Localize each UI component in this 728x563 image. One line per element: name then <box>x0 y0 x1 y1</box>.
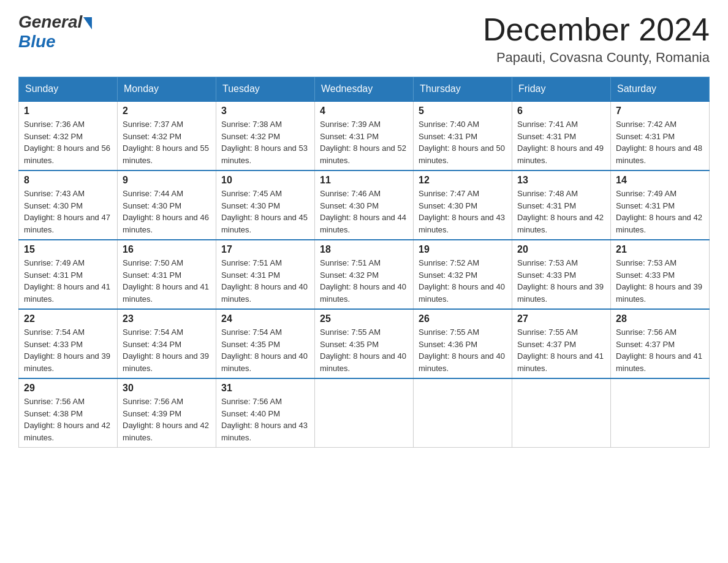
calendar-header-row: SundayMondayTuesdayWednesdayThursdayFrid… <box>19 77 710 102</box>
calendar-header-thursday: Thursday <box>414 77 512 102</box>
day-info: Sunrise: 7:56 AMSunset: 4:40 PMDaylight:… <box>221 396 309 443</box>
day-info: Sunrise: 7:56 AMSunset: 4:37 PMDaylight:… <box>616 326 704 374</box>
calendar-cell: 17Sunrise: 7:51 AMSunset: 4:31 PMDayligh… <box>216 240 315 309</box>
day-number: 21 <box>616 244 704 255</box>
day-number: 3 <box>221 105 309 117</box>
day-number: 6 <box>517 105 605 117</box>
day-number: 25 <box>320 313 408 324</box>
calendar-cell: 7Sunrise: 7:42 AMSunset: 4:31 PMDaylight… <box>611 101 710 170</box>
day-info: Sunrise: 7:55 AMSunset: 4:37 PMDaylight:… <box>517 326 605 374</box>
day-number: 8 <box>24 175 112 186</box>
day-info: Sunrise: 7:53 AMSunset: 4:33 PMDaylight:… <box>616 257 704 305</box>
calendar-cell: 15Sunrise: 7:49 AMSunset: 4:31 PMDayligh… <box>19 240 118 309</box>
calendar-cell: 16Sunrise: 7:50 AMSunset: 4:31 PMDayligh… <box>118 240 216 309</box>
logo-blue-text: Blue <box>18 32 56 52</box>
month-title: December 2024 <box>483 12 710 47</box>
day-info: Sunrise: 7:55 AMSunset: 4:36 PMDaylight:… <box>419 326 507 374</box>
logo-triangle-icon <box>83 17 92 29</box>
calendar-cell: 18Sunrise: 7:51 AMSunset: 4:32 PMDayligh… <box>315 240 414 309</box>
day-number: 27 <box>517 313 605 324</box>
calendar-cell: 9Sunrise: 7:44 AMSunset: 4:30 PMDaylight… <box>118 170 216 240</box>
day-info: Sunrise: 7:47 AMSunset: 4:30 PMDaylight:… <box>419 188 507 236</box>
day-number: 17 <box>221 244 309 255</box>
day-info: Sunrise: 7:49 AMSunset: 4:31 PMDaylight:… <box>24 257 112 305</box>
logo-general-text: General <box>18 12 82 32</box>
day-number: 16 <box>123 244 211 255</box>
calendar-cell: 13Sunrise: 7:48 AMSunset: 4:31 PMDayligh… <box>512 170 611 240</box>
day-number: 30 <box>123 383 211 394</box>
day-number: 26 <box>419 313 507 324</box>
location-title: Papauti, Covasna County, Romania <box>483 50 710 66</box>
calendar-cell: 19Sunrise: 7:52 AMSunset: 4:32 PMDayligh… <box>414 240 512 309</box>
day-info: Sunrise: 7:41 AMSunset: 4:31 PMDaylight:… <box>517 118 605 166</box>
day-info: Sunrise: 7:48 AMSunset: 4:31 PMDaylight:… <box>517 188 605 236</box>
calendar-cell: 30Sunrise: 7:56 AMSunset: 4:39 PMDayligh… <box>118 378 216 448</box>
calendar-cell: 22Sunrise: 7:54 AMSunset: 4:33 PMDayligh… <box>19 309 118 378</box>
title-section: December 2024 Papauti, Covasna County, R… <box>483 12 710 66</box>
calendar-cell: 5Sunrise: 7:40 AMSunset: 4:31 PMDaylight… <box>414 101 512 170</box>
calendar-cell: 11Sunrise: 7:46 AMSunset: 4:30 PMDayligh… <box>315 170 414 240</box>
day-info: Sunrise: 7:37 AMSunset: 4:32 PMDaylight:… <box>123 118 211 166</box>
day-info: Sunrise: 7:56 AMSunset: 4:39 PMDaylight:… <box>123 396 211 443</box>
calendar-cell: 6Sunrise: 7:41 AMSunset: 4:31 PMDaylight… <box>512 101 611 170</box>
day-info: Sunrise: 7:50 AMSunset: 4:31 PMDaylight:… <box>123 257 211 305</box>
day-number: 15 <box>24 244 112 255</box>
day-number: 22 <box>24 313 112 324</box>
calendar-cell: 8Sunrise: 7:43 AMSunset: 4:30 PMDaylight… <box>19 170 118 240</box>
calendar-header-tuesday: Tuesday <box>216 77 315 102</box>
day-info: Sunrise: 7:49 AMSunset: 4:31 PMDaylight:… <box>616 188 704 236</box>
calendar-header-monday: Monday <box>118 77 216 102</box>
day-info: Sunrise: 7:51 AMSunset: 4:31 PMDaylight:… <box>221 257 309 305</box>
week-row-4: 22Sunrise: 7:54 AMSunset: 4:33 PMDayligh… <box>19 309 710 378</box>
calendar-cell: 20Sunrise: 7:53 AMSunset: 4:33 PMDayligh… <box>512 240 611 309</box>
day-info: Sunrise: 7:40 AMSunset: 4:31 PMDaylight:… <box>419 118 507 166</box>
day-number: 7 <box>616 105 704 117</box>
calendar-cell: 1Sunrise: 7:36 AMSunset: 4:32 PMDaylight… <box>19 101 118 170</box>
day-number: 28 <box>616 313 704 324</box>
calendar-cell: 4Sunrise: 7:39 AMSunset: 4:31 PMDaylight… <box>315 101 414 170</box>
day-number: 5 <box>419 105 507 117</box>
day-number: 19 <box>419 244 507 255</box>
day-info: Sunrise: 7:38 AMSunset: 4:32 PMDaylight:… <box>221 118 309 166</box>
calendar-header-wednesday: Wednesday <box>315 77 414 102</box>
day-info: Sunrise: 7:43 AMSunset: 4:30 PMDaylight:… <box>24 188 112 236</box>
calendar-cell: 12Sunrise: 7:47 AMSunset: 4:30 PMDayligh… <box>414 170 512 240</box>
day-info: Sunrise: 7:52 AMSunset: 4:32 PMDaylight:… <box>419 257 507 305</box>
calendar-table: SundayMondayTuesdayWednesdayThursdayFrid… <box>18 77 710 448</box>
header: General Blue December 2024 Papauti, Cova… <box>18 12 710 66</box>
calendar-cell: 25Sunrise: 7:55 AMSunset: 4:35 PMDayligh… <box>315 309 414 378</box>
day-info: Sunrise: 7:36 AMSunset: 4:32 PMDaylight:… <box>24 118 112 166</box>
day-number: 29 <box>24 383 112 394</box>
calendar-cell: 27Sunrise: 7:55 AMSunset: 4:37 PMDayligh… <box>512 309 611 378</box>
day-number: 12 <box>419 175 507 186</box>
day-info: Sunrise: 7:54 AMSunset: 4:35 PMDaylight:… <box>221 326 309 374</box>
day-info: Sunrise: 7:45 AMSunset: 4:30 PMDaylight:… <box>221 188 309 236</box>
calendar-cell: 26Sunrise: 7:55 AMSunset: 4:36 PMDayligh… <box>414 309 512 378</box>
day-number: 2 <box>123 105 211 117</box>
calendar-header-saturday: Saturday <box>611 77 710 102</box>
day-number: 13 <box>517 175 605 186</box>
day-number: 18 <box>320 244 408 255</box>
day-number: 31 <box>221 383 309 394</box>
calendar-cell <box>611 378 710 448</box>
calendar-header-sunday: Sunday <box>19 77 118 102</box>
day-number: 10 <box>221 175 309 186</box>
calendar-cell <box>414 378 512 448</box>
logo: General Blue <box>18 12 92 52</box>
day-number: 1 <box>24 105 112 117</box>
day-number: 4 <box>320 105 408 117</box>
day-number: 14 <box>616 175 704 186</box>
calendar-cell: 28Sunrise: 7:56 AMSunset: 4:37 PMDayligh… <box>611 309 710 378</box>
calendar-cell: 24Sunrise: 7:54 AMSunset: 4:35 PMDayligh… <box>216 309 315 378</box>
calendar-header-friday: Friday <box>512 77 611 102</box>
calendar-cell: 2Sunrise: 7:37 AMSunset: 4:32 PMDaylight… <box>118 101 216 170</box>
day-number: 24 <box>221 313 309 324</box>
day-info: Sunrise: 7:51 AMSunset: 4:32 PMDaylight:… <box>320 257 408 305</box>
day-number: 23 <box>123 313 211 324</box>
week-row-2: 8Sunrise: 7:43 AMSunset: 4:30 PMDaylight… <box>19 170 710 240</box>
calendar-cell <box>315 378 414 448</box>
day-number: 20 <box>517 244 605 255</box>
day-info: Sunrise: 7:54 AMSunset: 4:34 PMDaylight:… <box>123 326 211 374</box>
calendar-cell: 31Sunrise: 7:56 AMSunset: 4:40 PMDayligh… <box>216 378 315 448</box>
calendar-cell: 3Sunrise: 7:38 AMSunset: 4:32 PMDaylight… <box>216 101 315 170</box>
